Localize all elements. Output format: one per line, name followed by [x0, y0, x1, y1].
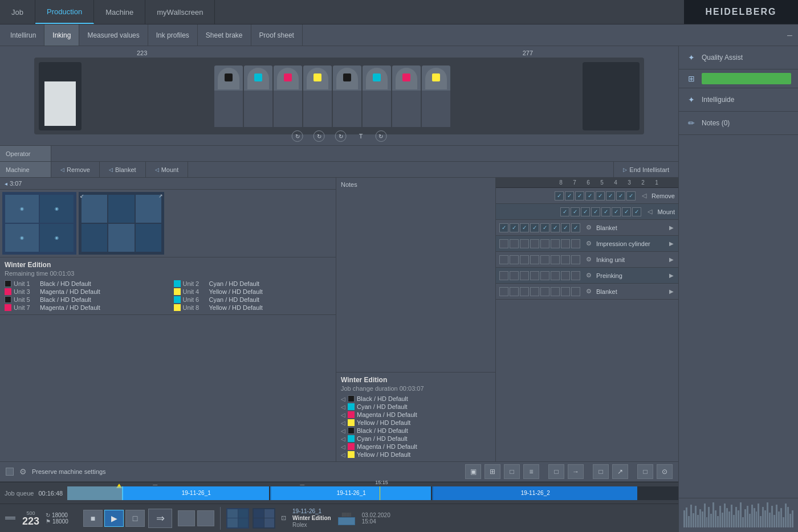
thumb-current[interactable]: ◉ ◉ ◉ ◉ — [2, 192, 76, 255]
blank-sheet-2[interactable] — [197, 510, 214, 526]
blank-sheet-1[interactable] — [178, 510, 195, 526]
check-8[interactable]: ✓ — [555, 191, 564, 200]
toolbar-icon-7[interactable]: □ — [593, 464, 609, 479]
check-b8[interactable]: ✓ — [499, 223, 508, 232]
preserve-check[interactable] — [6, 468, 14, 476]
check-ink7[interactable] — [510, 255, 519, 264]
ctrl-rotation-2[interactable]: ↻ — [314, 130, 325, 142]
check-i6[interactable] — [520, 239, 529, 248]
end-intellistart-button[interactable]: ▷ End Intellistart — [613, 162, 678, 177]
toolbar-icon-1[interactable]: ▣ — [465, 464, 481, 479]
toolbar-icon-5[interactable]: □ — [548, 464, 564, 479]
nav-item-mywallscreen[interactable]: myWallscreen — [145, 0, 215, 24]
toolbar-icon-8[interactable]: ↗ — [612, 464, 628, 479]
is-expand-blanket2[interactable]: ▶ — [668, 288, 675, 294]
queue-bar-job3[interactable]: 19-11-26_2 — [432, 486, 637, 500]
check-b23[interactable] — [551, 287, 560, 296]
is-expand-inking[interactable]: ▶ — [668, 256, 675, 263]
check-b26[interactable] — [520, 287, 529, 296]
check-ink8[interactable] — [499, 255, 508, 264]
queue-bar-job2[interactable]: 19-11-26_1 — [270, 486, 431, 500]
check-p8[interactable] — [499, 271, 508, 280]
nav-item-machine[interactable]: Machine — [94, 0, 145, 24]
intelliguide-item[interactable]: ✦ Intelliguide — [679, 88, 798, 112]
print-btn-run[interactable]: ▶ — [104, 510, 124, 527]
check-m6[interactable]: ✓ — [581, 207, 590, 216]
check-i2[interactable] — [561, 239, 570, 248]
check-m8[interactable]: ✓ — [560, 207, 569, 216]
check-i5[interactable] — [530, 239, 539, 248]
toolbar-icon-2[interactable]: ⊞ — [484, 464, 500, 479]
quality-assist-item[interactable]: ✦ Quality Assist — [679, 46, 798, 69]
check-p7[interactable] — [510, 271, 519, 280]
check-i1[interactable] — [571, 239, 580, 248]
check-b3[interactable]: ✓ — [551, 223, 560, 232]
check-7[interactable]: ✓ — [565, 191, 574, 200]
check-p1[interactable] — [571, 271, 580, 280]
check-p5[interactable] — [530, 271, 539, 280]
check-p2[interactable] — [561, 271, 570, 280]
notes-item[interactable]: ✏ Notes (0) — [679, 112, 798, 135]
is-expand-blanket[interactable]: ▶ — [668, 224, 675, 231]
check-m4[interactable]: ✓ — [601, 207, 610, 216]
check-i4[interactable] — [540, 239, 549, 248]
check-p6[interactable] — [520, 271, 529, 280]
thumb-next[interactable]: ↙ ↗ — [79, 192, 164, 255]
check-1[interactable]: ✓ — [626, 191, 636, 200]
check-b21[interactable] — [571, 287, 580, 296]
check-4[interactable]: ✓ — [596, 191, 605, 200]
check-b7[interactable]: ✓ — [510, 223, 519, 232]
toolbar-icon-10[interactable]: ⊙ — [657, 464, 673, 479]
tab-intellirun[interactable]: Intellirun — [2, 24, 44, 46]
ctrl-rotation-1[interactable]: ↻ — [292, 130, 303, 142]
check-ink4[interactable] — [540, 255, 549, 264]
nav-item-production[interactable]: Production — [35, 0, 94, 24]
check-p4[interactable] — [540, 271, 549, 280]
check-p3[interactable] — [551, 271, 560, 280]
check-b1[interactable]: ✓ — [571, 223, 580, 232]
check-m7[interactable]: ✓ — [571, 207, 580, 216]
minimize-button[interactable]: – — [781, 24, 798, 46]
check-b6[interactable]: ✓ — [520, 223, 529, 232]
check-b24[interactable] — [540, 287, 549, 296]
check-m2[interactable]: ✓ — [622, 207, 631, 216]
tab-sheet-brake[interactable]: Sheet brake — [198, 24, 251, 46]
check-b25[interactable] — [530, 287, 539, 296]
check-ink2[interactable] — [561, 255, 570, 264]
toolbar-icon-9[interactable]: □ — [637, 464, 653, 479]
check-5[interactable]: ✓ — [585, 191, 595, 200]
tab-inking[interactable]: Inking — [44, 24, 79, 46]
check-b2[interactable]: ✓ — [561, 223, 570, 232]
check-i3[interactable] — [551, 239, 560, 248]
check-3[interactable]: ✓ — [606, 191, 615, 200]
check-b22[interactable] — [561, 287, 570, 296]
check-b27[interactable] — [510, 287, 519, 296]
check-ink6[interactable] — [520, 255, 529, 264]
check-ink3[interactable] — [551, 255, 560, 264]
is-expand-impression[interactable]: ▶ — [668, 240, 675, 247]
bb-thumb-1[interactable] — [226, 508, 249, 529]
is-expand-preinking[interactable]: ▶ — [668, 272, 675, 279]
forward-button[interactable]: ⇒ — [148, 509, 172, 528]
tab-proof-sheet[interactable]: Proof sheet — [251, 24, 303, 46]
action-remove[interactable]: ◁ Remove — [51, 162, 100, 177]
toolbar-icon-6[interactable]: → — [568, 464, 584, 479]
bb-thumb-2[interactable] — [253, 508, 275, 529]
tab-measured-values[interactable]: Measured values — [79, 24, 148, 46]
check-2[interactable]: ✓ — [616, 191, 625, 200]
action-mount[interactable]: ◁ Mount — [146, 162, 189, 177]
check-b28[interactable] — [499, 287, 508, 296]
action-blanket[interactable]: ◁ Blanket — [100, 162, 146, 177]
print-btn-stop[interactable]: ■ — [83, 510, 103, 527]
check-i8[interactable] — [499, 239, 508, 248]
nav-item-job[interactable]: Job — [0, 0, 35, 24]
check-m5[interactable]: ✓ — [591, 207, 600, 216]
check-ink5[interactable] — [530, 255, 539, 264]
ctrl-rotation-3[interactable]: ↻ — [335, 130, 347, 142]
check-m3[interactable]: ✓ — [612, 207, 621, 216]
check-ink1[interactable] — [571, 255, 580, 264]
check-b4[interactable]: ✓ — [540, 223, 549, 232]
check-b5[interactable]: ✓ — [530, 223, 539, 232]
check-i7[interactable] — [510, 239, 519, 248]
toolbar-icon-4[interactable]: ≡ — [523, 464, 539, 479]
